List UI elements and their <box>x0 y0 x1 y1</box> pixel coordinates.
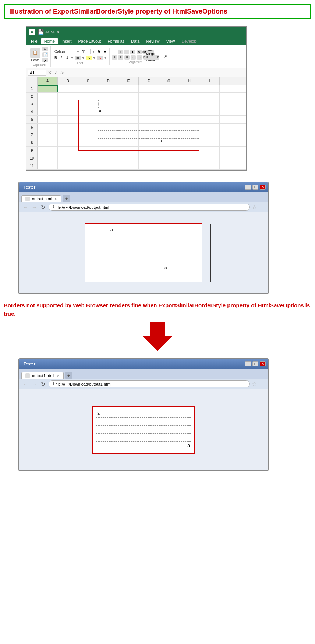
cell-I8[interactable] <box>199 139 220 146</box>
back-btn-2[interactable]: ← <box>22 381 29 387</box>
forward-btn-1[interactable]: → <box>31 204 38 210</box>
cell-H5[interactable] <box>179 116 199 123</box>
paste-btn[interactable]: 📋 <box>30 48 40 58</box>
cell-E7[interactable] <box>118 131 139 139</box>
cell-ref-box[interactable]: A1 <box>28 70 46 76</box>
cell-B7[interactable] <box>58 131 78 139</box>
refresh-btn-1[interactable]: ↻ <box>40 204 46 210</box>
cell-F8[interactable] <box>139 139 159 146</box>
cell-I3[interactable] <box>199 100 220 108</box>
cell-B8[interactable] <box>58 139 78 146</box>
cell-C6[interactable] <box>78 124 98 131</box>
cell-G2[interactable] <box>159 93 179 100</box>
font-increase-btn[interactable]: A <box>96 49 102 54</box>
cell-F1[interactable] <box>139 85 159 92</box>
menu-file[interactable]: File <box>28 38 40 44</box>
cell-A7[interactable] <box>38 131 58 139</box>
format-painter-btn[interactable]: 🖌 <box>42 58 48 62</box>
cell-D3[interactable] <box>98 100 118 108</box>
cell-B4[interactable] <box>58 108 78 115</box>
border-dropdown[interactable]: ▼ <box>81 56 85 60</box>
cell-F3[interactable] <box>139 100 159 108</box>
cell-B6[interactable] <box>58 124 78 131</box>
cell-A11[interactable] <box>38 162 58 169</box>
cell-C9[interactable] <box>78 147 98 154</box>
cell-E8[interactable] <box>118 139 139 146</box>
menu-data[interactable]: Data <box>128 38 142 44</box>
cell-H8[interactable] <box>179 139 199 146</box>
cell-B1[interactable] <box>58 85 78 92</box>
cell-I7[interactable] <box>199 131 220 139</box>
menu-page-layout[interactable]: Page Layout <box>75 38 104 44</box>
cell-H4[interactable] <box>179 108 199 115</box>
browser-close-btn-1[interactable]: ✕ <box>260 185 266 190</box>
cell-F5[interactable] <box>139 116 159 123</box>
fill-color-btn[interactable]: A <box>86 56 92 60</box>
cell-G6[interactable] <box>159 124 179 131</box>
cell-B3[interactable] <box>58 100 78 108</box>
cell-H2[interactable] <box>179 93 199 100</box>
cell-G7[interactable] <box>159 131 179 139</box>
cell-D11[interactable] <box>98 162 118 169</box>
cell-F7[interactable] <box>139 131 159 139</box>
text-direction-btn[interactable]: ⟲ <box>137 50 142 54</box>
cell-D9[interactable] <box>98 147 118 154</box>
cell-C3[interactable] <box>78 100 98 108</box>
browser-minimize-btn-1[interactable]: ─ <box>245 185 251 190</box>
browser-maximize-btn-2[interactable]: □ <box>252 361 258 366</box>
menu-view[interactable]: View <box>163 38 178 44</box>
refresh-btn-2[interactable]: ↻ <box>40 381 46 387</box>
increase-indent-btn[interactable]: → <box>137 55 142 60</box>
cell-C2[interactable] <box>78 93 98 100</box>
font-color-btn[interactable]: A <box>97 56 103 60</box>
url-box-1[interactable]: ℹ file:///F:/Download/output.html <box>49 204 250 211</box>
cell-D4[interactable]: a <box>98 108 118 115</box>
browser-close-btn-2[interactable]: ✕ <box>260 361 266 366</box>
cell-B10[interactable] <box>58 154 78 162</box>
bookmark-btn-1[interactable]: ☆ <box>252 204 257 210</box>
cell-H11[interactable] <box>179 162 199 169</box>
menu-home[interactable]: Home <box>41 38 58 44</box>
underline-dropdown[interactable]: ▼ <box>70 56 74 60</box>
cell-B9[interactable] <box>58 147 78 154</box>
cell-A9[interactable] <box>38 147 58 154</box>
cell-H10[interactable] <box>179 154 199 162</box>
browser-tab-2[interactable]: output1.html ✕ <box>21 372 64 379</box>
dollar-btn[interactable]: $ <box>163 53 169 61</box>
font-color-dropdown[interactable]: ▼ <box>103 56 107 60</box>
undo-icon[interactable]: ↩ <box>45 29 49 35</box>
cell-E10[interactable] <box>118 154 139 162</box>
forward-btn-2[interactable]: → <box>31 381 38 387</box>
cell-H3[interactable] <box>179 100 199 108</box>
cell-B5[interactable] <box>58 116 78 123</box>
cell-H9[interactable] <box>179 147 199 154</box>
align-right-btn[interactable]: ≡ <box>124 55 130 60</box>
cell-C4[interactable] <box>78 108 98 115</box>
copy-btn[interactable]: 📄 <box>42 52 48 57</box>
font-name-input[interactable] <box>53 49 75 54</box>
save-icon[interactable]: 💾 <box>38 29 44 35</box>
menu-insert[interactable]: Insert <box>59 38 75 44</box>
cell-H1[interactable] <box>179 85 199 92</box>
cell-A10[interactable] <box>38 154 58 162</box>
align-middle-btn[interactable]: ↔ <box>124 50 129 54</box>
cell-D5[interactable] <box>98 116 118 123</box>
cell-E3[interactable] <box>118 100 139 108</box>
cell-A1[interactable] <box>38 85 58 92</box>
cell-E6[interactable] <box>118 124 139 131</box>
url-box-2[interactable]: ℹ file:///F:/Download/output1.html <box>49 380 250 387</box>
bookmark-btn-2[interactable]: ☆ <box>252 381 257 387</box>
cell-D2[interactable] <box>98 93 118 100</box>
cell-F4[interactable] <box>139 108 159 115</box>
fill-dropdown[interactable]: ▼ <box>92 56 96 60</box>
cell-F11[interactable] <box>139 162 159 169</box>
cell-I9[interactable] <box>199 147 220 154</box>
cell-A6[interactable] <box>38 124 58 131</box>
cell-G11[interactable] <box>159 162 179 169</box>
cell-E2[interactable] <box>118 93 139 100</box>
cell-C11[interactable] <box>78 162 98 169</box>
merge-dropdown[interactable]: ▼ <box>156 56 159 59</box>
cell-I11[interactable] <box>199 162 220 169</box>
cell-G3[interactable] <box>159 100 179 108</box>
cell-H6[interactable] <box>179 124 199 131</box>
